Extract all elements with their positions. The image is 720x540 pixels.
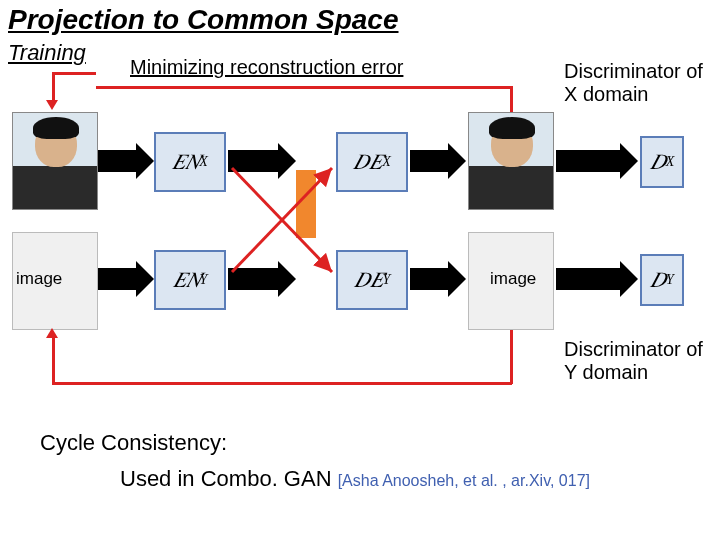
cross-arrows [226, 150, 386, 290]
dy-text: 𝐷 [650, 267, 666, 293]
cycle-consistency-label: Cycle Consistency: [40, 430, 227, 456]
used-in-text: Used in Combo. GAN [120, 466, 332, 491]
discriminator-y-block: 𝐷Y [640, 254, 684, 306]
slide-title: Projection to Common Space [8, 4, 399, 36]
training-label: Training [8, 40, 86, 66]
dx-text: 𝐷 [650, 149, 666, 175]
citation-text: [Asha Anoosheh, et al. , ar.Xiv, 017] [338, 472, 590, 489]
minimize-label: Minimizing reconstruction error [130, 56, 403, 79]
encoder-x-block: 𝐸𝑁X [154, 132, 226, 192]
encoder-x-text: 𝐸𝑁 [172, 149, 199, 175]
image-label-right: image [490, 269, 536, 289]
red-top-v [52, 72, 55, 102]
arrow-8 [556, 268, 622, 290]
discriminator-x-label: Discriminator of X domain [564, 60, 720, 106]
used-in-label: Used in Combo. GAN [Asha Anoosheh, et al… [120, 466, 590, 492]
red-bot-h [52, 382, 512, 385]
arrow-4 [556, 150, 622, 172]
encoder-x-sub: X [199, 154, 208, 170]
red-topright-v [510, 86, 513, 112]
arrow-3 [410, 150, 450, 172]
arrow-5 [98, 268, 138, 290]
discriminator-y-label: Discriminator of Y domain [564, 338, 720, 384]
red-bot-l-v [52, 336, 55, 384]
dy-sub: Y [666, 272, 674, 288]
image-label-left: image [16, 269, 62, 289]
dx-sub: X [666, 154, 675, 170]
red-topright-h [96, 86, 510, 89]
output-image-x [468, 112, 554, 210]
red-bot-head [46, 328, 58, 338]
encoder-y-text: 𝐸𝑁 [173, 267, 200, 293]
red-top-head [46, 100, 58, 110]
input-image-x [12, 112, 98, 210]
encoder-y-block: 𝐸𝑁Y [154, 250, 226, 310]
arrow-1 [98, 150, 138, 172]
arrow-7 [410, 268, 450, 290]
discriminator-x-block: 𝐷X [640, 136, 684, 188]
red-top-h [52, 72, 96, 75]
red-bot-r-v [510, 330, 513, 384]
encoder-y-sub: Y [200, 272, 208, 288]
